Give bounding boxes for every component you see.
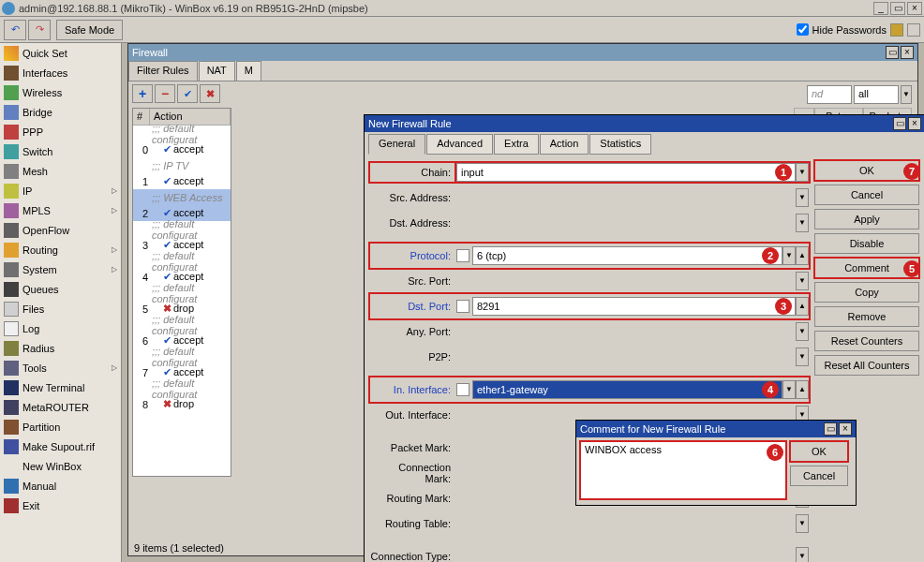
sidebar-item-bridge[interactable]: Bridge: [0, 102, 121, 122]
protocol-input[interactable]: 6 (tcp): [472, 246, 782, 265]
tab-m[interactable]: M: [236, 61, 261, 81]
table-row[interactable]: 1✔accept: [133, 173, 231, 189]
table-row-comment[interactable]: ;;; WEB Access: [133, 189, 231, 205]
protocol-collapse-button[interactable]: ▲: [796, 246, 809, 265]
comment-close-button[interactable]: ×: [839, 422, 852, 436]
sidebar-item-system[interactable]: System▷: [0, 259, 121, 279]
sidebar-item-exit[interactable]: Exit: [0, 495, 121, 515]
table-row-comment[interactable]: ;;; default configurat: [133, 253, 231, 269]
disable-button[interactable]: Disable: [814, 233, 919, 254]
in-interface-input[interactable]: ether1-gateway: [472, 380, 782, 399]
comment-restore-button[interactable]: ▭: [824, 422, 837, 436]
sidebar-item-mesh[interactable]: Mesh: [0, 161, 121, 181]
content-area: Firewall ▭ × Filter RulesNATM + − ✔ ✖ nd…: [122, 43, 924, 562]
badge-1: 1: [775, 164, 792, 181]
sidebar-item-openflow[interactable]: OpenFlow: [0, 220, 121, 240]
nfr-restore-button[interactable]: ▭: [893, 117, 906, 130]
comment-button[interactable]: Comment 5: [814, 258, 919, 278]
any-port-expand-button[interactable]: ▼: [796, 322, 809, 341]
sidebar-item-wireless[interactable]: Wireless: [0, 82, 121, 102]
table-row-comment[interactable]: ;;; default configurat: [133, 126, 231, 141]
table-row-comment[interactable]: ;;; default configurat: [133, 348, 231, 364]
sidebar-item-label: OpenFlow: [22, 225, 69, 236]
filter-all-select[interactable]: all: [854, 85, 899, 104]
nfr-close-button[interactable]: ×: [908, 117, 921, 130]
table-row-comment[interactable]: ;;; default configurat: [133, 317, 231, 333]
sidebar-item-manual[interactable]: Manual: [0, 476, 121, 495]
table-row-comment[interactable]: ;;; IP TV: [133, 157, 231, 173]
find-input[interactable]: nd: [807, 85, 852, 104]
safe-mode-button[interactable]: Safe Mode: [56, 20, 123, 40]
nfr-tab-general[interactable]: General: [368, 134, 425, 155]
in-interface-dropdown-button[interactable]: ▼: [782, 380, 796, 399]
nfr-tab-statistics[interactable]: Statistics: [589, 134, 651, 155]
disable-rule-button[interactable]: ✖: [200, 84, 220, 103]
tab-nat[interactable]: NAT: [199, 61, 235, 81]
comment-cancel-button[interactable]: Cancel: [790, 466, 848, 486]
undo-button[interactable]: ↶: [4, 20, 26, 40]
in-interface-neg-checkbox[interactable]: [456, 383, 469, 396]
minimize-button[interactable]: _: [873, 2, 888, 15]
in-interface-row: In. Interface: ether1-gateway ▼ ▲ 4: [370, 377, 809, 402]
nfr-tab-action[interactable]: Action: [540, 134, 589, 155]
connection-type-expand-button[interactable]: ▼: [796, 547, 809, 562]
add-rule-button[interactable]: +: [132, 84, 153, 103]
cancel-button[interactable]: Cancel: [814, 185, 919, 205]
dst-port-neg-checkbox[interactable]: [456, 300, 469, 313]
apply-button[interactable]: Apply: [814, 209, 919, 229]
sidebar-item-partition[interactable]: Partition: [0, 417, 121, 436]
nfr-tab-advanced[interactable]: Advanced: [426, 134, 493, 155]
dst-port-collapse-button[interactable]: ▲: [796, 297, 809, 316]
protocol-dropdown-button[interactable]: ▼: [782, 246, 796, 265]
sidebar-item-metarouter[interactable]: MetaROUTER: [0, 397, 121, 417]
sidebar-item-ip[interactable]: IP▷: [0, 181, 121, 200]
table-row-comment[interactable]: ;;; default configurat: [133, 380, 231, 396]
dst-address-expand-button[interactable]: ▼: [796, 214, 809, 232]
sidebar-item-make-supout-rif[interactable]: Make Supout.rif: [0, 436, 121, 456]
maximize-button[interactable]: ▭: [890, 2, 905, 15]
sidebar-item-interfaces[interactable]: Interfaces: [0, 63, 121, 82]
sidebar-item-switch[interactable]: Switch: [0, 141, 121, 161]
sidebar-item-log[interactable]: Log: [0, 318, 121, 338]
table-row-comment[interactable]: ;;; default configurat: [133, 221, 231, 237]
comment-textarea[interactable]: WINBOX access 6: [580, 441, 786, 499]
remove-button[interactable]: Remove: [814, 306, 919, 327]
redo-button[interactable]: ↷: [28, 20, 51, 40]
close-button[interactable]: ×: [907, 2, 922, 15]
ok-button[interactable]: OK 7: [814, 160, 919, 181]
sidebar-item-mpls[interactable]: MPLS▷: [0, 200, 121, 220]
reset-all-counters-button[interactable]: Reset All Counters: [814, 355, 919, 376]
main-toolbar: ↶ ↷ Safe Mode Hide Passwords: [0, 17, 924, 43]
reset-counters-button[interactable]: Reset Counters: [814, 331, 919, 351]
p2p-expand-button[interactable]: ▼: [796, 348, 809, 366]
firewall-close-button[interactable]: ×: [901, 46, 914, 59]
firewall-restore-button[interactable]: ▭: [886, 46, 899, 59]
sidebar-item-radius[interactable]: Radius: [0, 338, 121, 358]
sidebar-item-tools[interactable]: Tools▷: [0, 358, 121, 377]
protocol-neg-checkbox[interactable]: [456, 249, 469, 262]
sidebar-item-quick-set[interactable]: Quick Set: [0, 43, 121, 63]
nfr-tab-extra[interactable]: Extra: [494, 134, 539, 155]
comment-ok-button[interactable]: OK: [790, 441, 848, 462]
chain-dropdown-button[interactable]: ▼: [796, 163, 809, 182]
src-port-expand-button[interactable]: ▼: [796, 272, 809, 290]
dst-port-input[interactable]: 8291: [472, 297, 796, 316]
filter-dropdown-button[interactable]: ▼: [901, 85, 912, 104]
remove-rule-button[interactable]: −: [155, 84, 175, 103]
sidebar-item-new-winbox[interactable]: New WinBox: [0, 456, 121, 476]
sidebar-item-queues[interactable]: Queues: [0, 279, 121, 299]
sidebar-item-ppp[interactable]: PPP: [0, 122, 121, 141]
chain-input[interactable]: input: [456, 163, 796, 182]
sidebar-item-new-terminal[interactable]: New Terminal: [0, 377, 121, 397]
in-interface-collapse-button[interactable]: ▲: [796, 380, 809, 399]
hide-passwords-checkbox[interactable]: [797, 23, 809, 36]
table-row-comment[interactable]: ;;; default configurat: [133, 285, 231, 301]
col-number[interactable]: #: [133, 109, 150, 125]
sidebar-item-routing[interactable]: Routing▷: [0, 240, 121, 259]
tab-filter-rules[interactable]: Filter Rules: [128, 61, 198, 81]
src-address-expand-button[interactable]: ▼: [796, 188, 809, 207]
routing-table-expand-button[interactable]: ▼: [796, 514, 809, 533]
sidebar-item-files[interactable]: Files: [0, 299, 121, 318]
copy-button[interactable]: Copy: [814, 282, 919, 303]
enable-rule-button[interactable]: ✔: [177, 84, 198, 103]
